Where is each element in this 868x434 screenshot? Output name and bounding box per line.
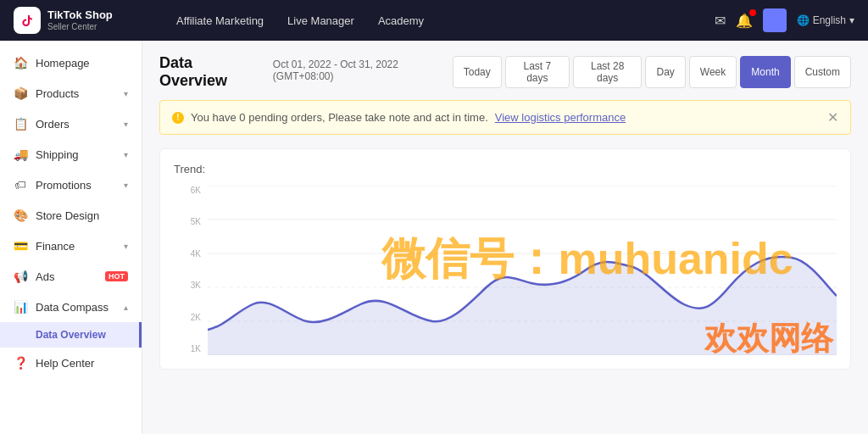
chevron-promotions-icon: ▾ [124,181,128,190]
header-left: Data Overview Oct 01, 2022 - Oct 31, 202… [159,54,453,90]
ads-hot-badge: HOT [105,271,128,281]
sidebar-item-products[interactable]: 📦 Products ▾ [0,78,142,108]
top-navigation: TikTok Shop Seller Center Affiliate Mark… [0,0,868,41]
nav-links: Affiliate Marketing Live Manager Academy [176,11,687,31]
chevron-data-compass-icon: ▴ [124,303,128,312]
language-label: English [813,14,846,26]
logo-title: TikTok Shop [47,8,113,22]
page-title: Data Overview [159,54,259,90]
time-btn-month[interactable]: Month [740,56,790,88]
chevron-finance-icon: ▾ [124,242,128,251]
chart-container: 6K 5K 4K 3K 2K 1K [174,186,837,355]
content-area: Data Overview Oct 01, 2022 - Oct 31, 202… [142,41,868,434]
nav-link-academy[interactable]: Academy [378,11,424,31]
alert-close-button[interactable]: ✕ [827,109,838,125]
nav-link-affiliate[interactable]: Affiliate Marketing [176,11,264,31]
avatar [763,8,787,32]
alert-icon: ! [172,112,184,124]
sidebar-item-help-center[interactable]: ❓ Help Center [0,348,142,378]
sidebar-item-label-ads: Ads [36,270,93,283]
sidebar-item-label-homepage: Homepage [36,57,128,70]
time-btn-day[interactable]: Day [645,56,685,88]
time-filter-bar: Today Last 7 days Last 28 days Day Week … [453,56,851,88]
svg-point-0 [19,12,36,29]
sidebar-item-shipping[interactable]: 🚚 Shipping ▾ [0,139,142,170]
y-label-6k: 6K [174,186,204,195]
sidebar-item-finance[interactable]: 💳 Finance ▾ [0,231,142,261]
sidebar-item-label-help-center: Help Center [36,357,128,370]
tiktok-logo-icon [14,7,41,34]
ads-icon: 📢 [14,270,27,283]
language-selector[interactable]: 🌐 English ▾ [797,14,854,26]
sidebar-item-data-compass[interactable]: 📊 Data Compass ▴ [0,292,142,322]
sidebar-item-orders[interactable]: 📋 Orders ▾ [0,108,142,139]
avatar-area[interactable] [763,8,787,32]
y-label-4k: 4K [174,249,204,259]
page-header: Data Overview Oct 01, 2022 - Oct 31, 202… [159,54,851,90]
sidebar-sub-item-data-overview[interactable]: Data Overview [0,322,142,348]
sidebar-item-homepage[interactable]: 🏠 Homepage [0,47,142,78]
data-compass-icon: 📊 [14,300,27,314]
time-btn-custom[interactable]: Custom [794,56,851,88]
sidebar-item-ads[interactable]: 📢 Ads HOT [0,261,142,292]
y-axis: 6K 5K 4K 3K 2K 1K [174,186,204,355]
chart-section: Trend: 6K 5K 4K 3K 2K 1K [159,148,851,370]
shipping-icon: 🚚 [14,147,27,161]
home-icon: 🏠 [14,56,27,70]
notifications-icon[interactable]: 🔔 [736,13,753,29]
logo-text: TikTok Shop Seller Center [47,8,113,32]
main-body: 🏠 Homepage 📦 Products ▾ 📋 Orders ▾ 🚚 Shi… [0,41,868,434]
y-label-3k: 3K [174,281,204,290]
chart-trend-label: Trend: [174,163,837,175]
sidebar-item-label-store-design: Store Design [36,209,128,222]
sidebar-item-promotions[interactable]: 🏷 Promotions ▾ [0,170,142,200]
logo-subtitle: Seller Center [47,22,113,32]
chevron-down-icon: ▾ [849,14,854,26]
y-label-2k: 2K [174,313,204,322]
alert-link[interactable]: View logistics performance [495,111,626,124]
sidebar-item-label-products: Products [36,87,115,100]
time-btn-today[interactable]: Today [453,56,502,88]
chevron-orders-icon: ▾ [124,120,128,129]
chevron-shipping-icon: ▾ [124,150,128,159]
chart-svg-area [208,186,837,355]
alert-message: You have 0 pending orders, Please take n… [191,111,488,124]
help-center-icon: ❓ [14,356,27,370]
notification-badge [749,9,756,16]
y-label-1k: 1K [174,344,204,353]
sidebar-item-label-promotions: Promotions [36,179,115,192]
sidebar-item-label-data-compass: Data Compass [36,301,115,314]
sidebar-item-label-shipping: Shipping [36,148,115,161]
line-chart-svg [208,186,837,355]
time-btn-last28[interactable]: Last 28 days [573,56,643,88]
logo-area[interactable]: TikTok Shop Seller Center [14,7,149,34]
orders-icon: 📋 [14,117,27,131]
y-label-5k: 5K [174,217,204,226]
sidebar-item-label-orders: Orders [36,118,115,131]
sidebar: 🏠 Homepage 📦 Products ▾ 📋 Orders ▾ 🚚 Shi… [0,41,142,434]
time-btn-last7[interactable]: Last 7 days [505,56,570,88]
time-btn-week[interactable]: Week [689,56,737,88]
nav-link-live[interactable]: Live Manager [287,11,354,31]
store-design-icon: 🎨 [14,209,27,222]
messages-icon[interactable]: ✉ [715,13,726,29]
chevron-products-icon: ▾ [124,89,128,98]
sidebar-item-label-finance: Finance [36,240,115,253]
alert-bar: ! You have 0 pending orders, Please take… [159,100,851,135]
date-range: Oct 01, 2022 - Oct 31, 2022 (GMT+08:00) [273,58,453,82]
nav-right: ✉ 🔔 🌐 English ▾ [715,8,854,32]
alert-left: ! You have 0 pending orders, Please take… [172,111,626,124]
sidebar-item-store-design[interactable]: 🎨 Store Design [0,200,142,231]
products-icon: 📦 [14,86,27,100]
finance-icon: 💳 [14,239,27,253]
promotions-icon: 🏷 [14,178,27,192]
